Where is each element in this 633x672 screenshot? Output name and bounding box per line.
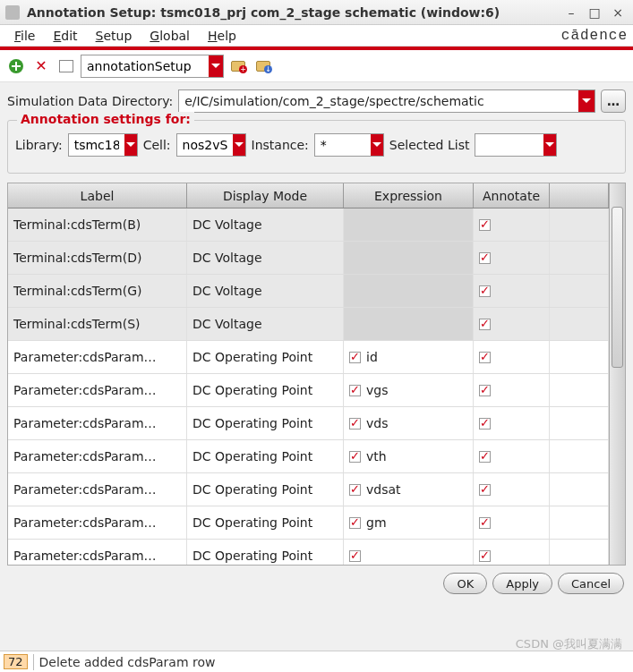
cell-combo[interactable] — [176, 133, 246, 157]
cell-display-mode[interactable]: DC Operating Point — [187, 506, 344, 539]
table-row[interactable]: Parameter:cdsParam…DC Operating Pointgm — [8, 506, 609, 540]
annotate-checkbox[interactable] — [479, 252, 491, 264]
cell-annotate[interactable] — [474, 275, 550, 307]
scrollbar-thumb[interactable] — [612, 207, 623, 368]
cell-display-mode[interactable]: DC Operating Point — [187, 440, 344, 472]
col-display-mode[interactable]: Display Mode — [187, 183, 344, 208]
annotate-checkbox[interactable] — [479, 418, 491, 430]
cell-expression[interactable] — [344, 242, 474, 274]
cell-annotate[interactable] — [474, 341, 550, 373]
chevron-down-icon[interactable] — [233, 134, 245, 156]
table-row[interactable]: Parameter:cdsParam…DC Operating Pointvgs — [8, 374, 609, 407]
menu-setup[interactable]: Setup — [87, 27, 141, 45]
cell-annotate[interactable] — [474, 506, 550, 539]
annotation-setup-input[interactable] — [81, 57, 209, 75]
expression-checkbox[interactable] — [349, 418, 361, 430]
selected-list-input[interactable] — [475, 136, 543, 154]
vertical-scrollbar[interactable] — [609, 183, 625, 565]
cell-expression[interactable]: vds — [344, 407, 474, 439]
ok-button[interactable]: OK — [443, 573, 487, 594]
cell-expression[interactable]: vgs — [344, 374, 474, 406]
cell-input[interactable] — [177, 136, 233, 154]
table-row[interactable]: Parameter:cdsParam…DC Operating Point — [8, 540, 609, 565]
table-row[interactable]: Parameter:cdsParam…DC Operating Pointvds — [8, 407, 609, 440]
annotate-checkbox[interactable] — [479, 484, 491, 496]
browse-button[interactable]: … — [601, 89, 626, 113]
table-row[interactable]: Terminal:cdsTerm(S)DC Voltage — [8, 308, 609, 341]
cell-annotate[interactable] — [474, 540, 550, 565]
maximize-button[interactable]: □ — [585, 4, 604, 21]
library-input[interactable] — [69, 136, 124, 154]
annotate-checkbox[interactable] — [479, 219, 491, 231]
table-row[interactable]: Parameter:cdsParam…DC Operating Pointvth — [8, 440, 609, 473]
annotate-checkbox[interactable] — [479, 451, 491, 463]
expression-checkbox[interactable] — [349, 352, 361, 363]
sim-dir-combo[interactable]: e/IC/simulation/com_2_stage/spectre/sche… — [178, 89, 595, 113]
library-combo[interactable] — [68, 133, 138, 157]
table-row[interactable]: Terminal:cdsTerm(G)DC Voltage — [8, 275, 609, 308]
cell-annotate[interactable] — [474, 473, 550, 506]
cell-display-mode[interactable]: DC Voltage — [187, 242, 344, 274]
annotate-checkbox[interactable] — [479, 385, 491, 396]
annotate-checkbox[interactable] — [479, 517, 491, 529]
menu-global[interactable]: Global — [141, 27, 199, 45]
table-row[interactable]: Terminal:cdsTerm(B)DC Voltage — [8, 208, 609, 242]
cell-display-mode[interactable]: DC Operating Point — [187, 407, 344, 439]
cell-annotate[interactable] — [474, 407, 550, 439]
expression-checkbox[interactable] — [349, 484, 361, 496]
menu-help[interactable]: Help — [199, 27, 245, 45]
cell-expression[interactable]: gm — [344, 506, 474, 539]
cell-expression[interactable]: id — [344, 341, 474, 373]
instance-combo[interactable] — [314, 133, 384, 157]
col-expression[interactable]: Expression — [344, 183, 474, 208]
expression-checkbox[interactable] — [349, 517, 361, 529]
expression-checkbox[interactable] — [349, 451, 361, 463]
cell-annotate[interactable] — [474, 242, 550, 274]
cell-expression[interactable] — [344, 275, 474, 307]
chevron-down-icon[interactable] — [578, 90, 595, 112]
chevron-down-icon[interactable] — [124, 134, 137, 156]
menu-file[interactable]: File — [5, 27, 44, 45]
selected-list-combo[interactable] — [475, 133, 557, 157]
minimize-button[interactable]: – — [561, 4, 581, 21]
annotate-checkbox[interactable] — [479, 319, 491, 330]
cell-expression[interactable]: vth — [344, 440, 474, 472]
table-row[interactable]: Parameter:cdsParam…DC Operating Pointid — [8, 341, 609, 374]
cell-expression[interactable] — [344, 308, 474, 340]
col-annotate[interactable]: Annotate — [474, 183, 550, 208]
annotate-checkbox[interactable] — [479, 550, 491, 562]
annotation-setup-combo[interactable] — [81, 55, 224, 78]
cell-annotate[interactable] — [474, 308, 550, 340]
apply-button[interactable]: Apply — [492, 573, 552, 594]
cell-expression[interactable] — [344, 540, 474, 565]
sheet-button[interactable] — [56, 55, 77, 77]
save-folder-button[interactable]: ↓ — [252, 55, 274, 77]
cell-display-mode[interactable]: DC Voltage — [187, 275, 344, 307]
open-folder-button[interactable]: + — [227, 55, 249, 77]
cell-display-mode[interactable]: DC Voltage — [187, 208, 344, 241]
cell-display-mode[interactable]: DC Operating Point — [187, 473, 344, 506]
add-button[interactable] — [5, 55, 27, 77]
cell-annotate[interactable] — [474, 374, 550, 406]
annotate-checkbox[interactable] — [479, 352, 491, 363]
close-button[interactable]: × — [608, 4, 628, 21]
cell-display-mode[interactable]: DC Operating Point — [187, 540, 344, 565]
cell-annotate[interactable] — [474, 440, 550, 472]
annotate-checkbox[interactable] — [479, 285, 491, 297]
expression-checkbox[interactable] — [349, 385, 361, 396]
cell-display-mode[interactable]: DC Voltage — [187, 308, 344, 340]
cell-annotate[interactable] — [474, 208, 550, 241]
col-label[interactable]: Label — [8, 183, 187, 208]
table-row[interactable]: Parameter:cdsParam…DC Operating Pointvds… — [8, 473, 609, 506]
table-row[interactable]: Terminal:cdsTerm(D)DC Voltage — [8, 242, 609, 275]
cell-display-mode[interactable]: DC Operating Point — [187, 374, 344, 406]
cell-expression[interactable] — [344, 208, 474, 241]
delete-button[interactable]: ✕ — [30, 55, 52, 77]
expression-checkbox[interactable] — [349, 550, 361, 562]
chevron-down-icon[interactable] — [543, 134, 557, 156]
cancel-button[interactable]: Cancel — [558, 573, 624, 594]
cell-expression[interactable]: vdsat — [344, 473, 474, 506]
cell-display-mode[interactable]: DC Operating Point — [187, 341, 344, 373]
instance-input[interactable] — [315, 136, 371, 154]
menu-edit[interactable]: Edit — [44, 27, 86, 45]
